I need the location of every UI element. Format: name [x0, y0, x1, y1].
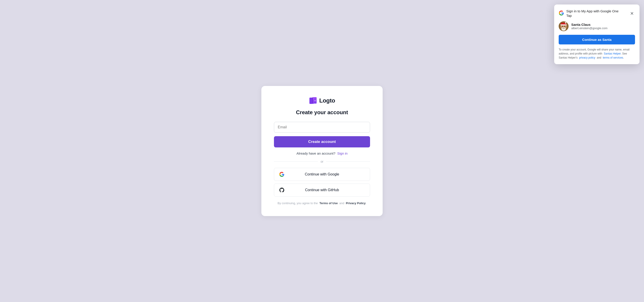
logto-logo-icon [309, 97, 317, 105]
avatar-image [559, 21, 568, 31]
svg-point-9 [564, 26, 565, 27]
one-tap-title-text: Sign in to My App with Google One Tap [566, 9, 625, 18]
email-input[interactable] [274, 122, 370, 133]
svg-point-8 [562, 26, 563, 27]
divider-line-left [274, 161, 318, 162]
user-name: Santa Claus [571, 23, 608, 26]
one-tap-header: Sign in to My App with Google One Tap ✕ [559, 9, 635, 18]
svg-point-4 [314, 100, 316, 101]
google-one-tap-popup: Sign in to My App with Google One Tap ✕ [554, 4, 640, 64]
one-tap-title: Sign in to My App with Google One Tap [559, 9, 625, 18]
continue-with-github-button[interactable]: Continue with GitHub [274, 184, 370, 197]
google-icon [279, 171, 285, 177]
terms-of-use-link[interactable]: Terms of Use [320, 202, 338, 205]
continue-with-google-button[interactable]: Continue with Google [274, 168, 370, 181]
logo-container: Logto [309, 97, 335, 105]
google-button-label: Continue with Google [288, 172, 356, 176]
github-button-label: Continue with GitHub [288, 188, 356, 192]
github-icon [279, 187, 285, 193]
santas-helper-link[interactable]: Santas Helper [604, 52, 621, 55]
one-tap-disclaimer: To create your account, Google will shar… [559, 47, 635, 60]
continue-as-santa-button[interactable]: Continue as Santa [559, 35, 635, 44]
svg-rect-12 [560, 24, 567, 25]
svg-point-7 [561, 27, 566, 31]
create-account-button[interactable]: Create account [274, 136, 370, 147]
user-info: Santa Claus albert.einstein@google.com [571, 23, 608, 30]
user-avatar [559, 21, 568, 31]
logo-text: Logto [319, 97, 335, 104]
svg-point-10 [564, 27, 564, 27]
privacy-policy-one-tap-link[interactable]: privacy policy [579, 56, 595, 59]
svg-rect-2 [312, 97, 316, 103]
one-tap-close-button[interactable]: ✕ [629, 10, 635, 16]
divider: or [274, 160, 370, 163]
terms-text: By continuing, you agree to the Terms of… [278, 201, 366, 206]
page-wrapper: Logto Create your account Create account… [0, 0, 644, 302]
divider-text: or [321, 160, 323, 163]
svg-point-13 [565, 22, 566, 23]
page-title: Create your account [296, 109, 348, 116]
signin-link[interactable]: Sign in [337, 151, 348, 155]
privacy-policy-link[interactable]: Privacy Policy [346, 202, 366, 205]
one-tap-user: Santa Claus albert.einstein@google.com [559, 21, 635, 31]
google-one-tap-icon [559, 10, 564, 16]
user-email: albert.einstein@google.com [571, 26, 608, 30]
auth-card: Logto Create your account Create account… [261, 86, 383, 216]
svg-rect-3 [312, 97, 313, 103]
signin-prompt: Already have an account? Sign in [296, 151, 348, 155]
terms-of-service-one-tap-link[interactable]: terms of services [603, 56, 623, 59]
divider-line-right [326, 161, 370, 162]
